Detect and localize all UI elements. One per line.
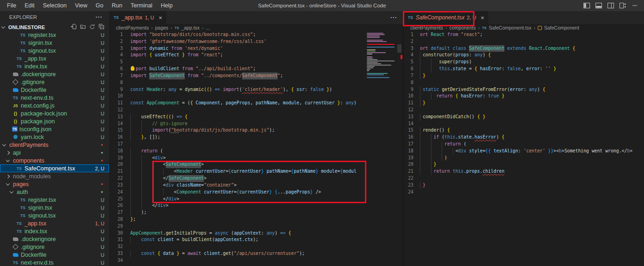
code-line[interactable]: 19): [403, 155, 644, 162]
file-row-package-lock.json[interactable]: {}package-lock.jsonU: [0, 109, 109, 117]
menu-view[interactable]: View: [71, 0, 91, 11]
breadcrumb-item[interactable]: SafeComponent: [544, 25, 579, 30]
folder-row-clientPayments[interactable]: clientPayments●: [0, 141, 109, 149]
code-line[interactable]: 32: [109, 243, 367, 250]
code-line[interactable]: 11}: [403, 100, 644, 107]
explorer-more-actions-icon[interactable]: ···: [96, 14, 103, 20]
file-row-_app.tsx[interactable]: TS_app.tsx1, U: [0, 219, 109, 227]
file-row-Dockerfile[interactable]: DockerfileU: [0, 86, 109, 94]
code-line[interactable]: 19<div>: [109, 155, 367, 162]
toggle-sidebar-icon[interactable]: [583, 3, 590, 8]
file-row-signin.tsx[interactable]: TSsignin.tsxU: [0, 39, 109, 47]
new-folder-icon[interactable]: [80, 24, 86, 30]
tab-safecomponent-tsx[interactable]: TS SafeComponent.tsx 2, U ×: [403, 11, 488, 24]
code-line[interactable]: 22: [403, 175, 644, 182]
code-line[interactable]: 24<Component currentUser={currentUser} {…: [109, 189, 367, 196]
code-editor-left[interactable]: 1import "bootstrap/dist/css/bootstrap.mi…: [109, 31, 367, 266]
code-line[interactable]: 4constructor(props: any) {: [403, 52, 644, 59]
folder-row-pages[interactable]: pages●: [0, 180, 109, 188]
code-line[interactable]: 7import SafeComponent from "../component…: [109, 73, 367, 79]
code-line[interactable]: 16if (this.state.hasError) {: [403, 134, 644, 141]
file-row-index.tsx[interactable]: TSindex.tsxU: [0, 227, 109, 235]
file-row-SafeComponent.tsx[interactable]: TSSafeComponent.tsx2, U: [0, 164, 109, 172]
file-row-tsconfig.json[interactable]: TStsconfig.jsonU: [0, 125, 109, 133]
scrollbar[interactable]: [396, 31, 403, 266]
menu-selection[interactable]: Selection: [39, 0, 71, 11]
code-line[interactable]: 13useEffect(() => {: [109, 114, 367, 121]
minimize-icon[interactable]: [632, 3, 638, 8]
breadcrumb-item[interactable]: _app.tsx: [181, 25, 200, 30]
menu-terminal[interactable]: Terminal: [127, 0, 157, 11]
code-line[interactable]: 23}: [403, 182, 644, 189]
file-row-next.config.js[interactable]: JSnext.config.jsU: [0, 102, 109, 109]
editor-more-actions-icon[interactable]: ···: [390, 14, 403, 21]
file-row-next-env.d.ts[interactable]: TSnext-env.d.tsU: [0, 94, 109, 102]
file-row-.gitignore[interactable]: .gitignoreU: [0, 243, 109, 251]
minimap[interactable]: [367, 31, 396, 266]
file-row-index.tsx[interactable]: TSindex.tsxU: [0, 62, 109, 70]
file-row-package.json[interactable]: {}package.jsonU: [0, 117, 109, 125]
workspace-section-header[interactable]: ONLINESTORE: [0, 23, 109, 31]
code-line[interactable]: 12: [109, 107, 367, 114]
code-line[interactable]: 24: [403, 189, 644, 196]
code-editor-right[interactable]: 1ort React from "react";23ort default cl…: [403, 31, 644, 266]
code-line[interactable]: 17return (: [403, 141, 644, 148]
code-line[interactable]: 25</div>: [109, 196, 367, 203]
code-line[interactable]: 30AppComponent.getInitialProps = async (…: [109, 230, 367, 237]
code-line[interactable]: 8: [109, 79, 367, 86]
file-row-Dockerfile[interactable]: DockerfileU: [0, 251, 109, 259]
code-line[interactable]: 9static getDerivedStateFromError(error: …: [403, 86, 644, 93]
folder-row-components[interactable]: components●: [0, 157, 109, 164]
code-line[interactable]: 5: [109, 59, 367, 66]
code-line[interactable]: 8: [403, 79, 644, 86]
code-line[interactable]: 15render() {: [403, 127, 644, 134]
code-line[interactable]: 9const Header: any = dynamic(() => impor…: [109, 86, 367, 93]
code-line[interactable]: 14: [403, 121, 644, 127]
collapse-all-icon[interactable]: [98, 24, 104, 30]
file-row-register.tsx[interactable]: TSregister.tsxU: [0, 31, 109, 39]
scrollbar-thumb[interactable]: [397, 44, 401, 53]
file-row-_app.tsx[interactable]: TS_app.tsxU: [0, 54, 109, 62]
code-line[interactable]: 1ort React from "react";: [403, 31, 644, 38]
file-row-register.tsx[interactable]: TSregister.tsxU: [0, 196, 109, 204]
file-row-next-env.d.ts[interactable]: TSnext-env.d.tsU: [0, 259, 109, 266]
close-icon[interactable]: ×: [481, 15, 485, 21]
customize-layout-icon[interactable]: [620, 3, 626, 8]
code-line[interactable]: 7}: [403, 73, 644, 79]
file-row-signout.tsx[interactable]: TSsignout.tsxU: [0, 47, 109, 54]
menu-edit[interactable]: Edit: [20, 0, 39, 11]
menu-help[interactable]: Help: [157, 0, 177, 11]
code-line[interactable]: 1import "bootstrap/dist/css/bootstrap.mi…: [109, 31, 367, 38]
code-line[interactable]: 4import { useEffect } from "react";: [109, 52, 367, 59]
close-icon[interactable]: ×: [159, 15, 163, 21]
code-line[interactable]: 14// @ts-ignore: [109, 121, 367, 127]
code-line[interactable]: 2import '@fortawesome/fontawesome-free/c…: [109, 38, 367, 45]
menu-go[interactable]: Go: [91, 0, 108, 11]
code-line[interactable]: 21<Header currentUser={currentUser} path…: [109, 168, 367, 175]
file-row-signout.tsx[interactable]: TSsignout.tsxU: [0, 212, 109, 219]
code-line[interactable]: 29: [109, 223, 367, 230]
code-line[interactable]: 21return this.props.children: [403, 168, 644, 175]
refresh-icon[interactable]: [89, 24, 95, 30]
code-line[interactable]: 10: [109, 93, 367, 100]
breadcrumb-item[interactable]: clientPayments: [116, 25, 149, 30]
menu-run[interactable]: Run: [108, 0, 127, 11]
tab-app-tsx[interactable]: TS _app.tsx 1, U ×: [109, 11, 166, 24]
file-row-.gitignore[interactable]: .gitignoreU: [0, 78, 109, 86]
file-row-signin.tsx[interactable]: TSsignin.tsxU: [0, 204, 109, 212]
file-row-.dockerignore[interactable]: .dockerignoreU: [0, 235, 109, 243]
code-line[interactable]: 20}: [403, 161, 644, 168]
code-line[interactable]: 11const AppComponent = ({ Component, pag…: [109, 100, 367, 107]
code-line[interactable]: 10return { hasError: true }: [403, 93, 644, 100]
breadcrumb-item[interactable]: ...: [206, 25, 210, 30]
code-line[interactable]: 13componentDidCatch() { }: [403, 114, 644, 121]
code-line[interactable]: 12: [403, 107, 644, 114]
code-line[interactable]: 18<div style={{ textAlign: 'center' }}><…: [403, 148, 644, 155]
folder-row-auth[interactable]: auth●: [0, 188, 109, 196]
toggle-panel-icon[interactable]: [595, 3, 602, 8]
code-line[interactable]: 28};: [109, 216, 367, 223]
folder-row-api[interactable]: api●: [0, 149, 109, 157]
code-line[interactable]: 26</div>: [109, 202, 367, 209]
code-line[interactable]: 18return (: [109, 148, 367, 155]
code-line[interactable]: 34: [109, 257, 367, 264]
